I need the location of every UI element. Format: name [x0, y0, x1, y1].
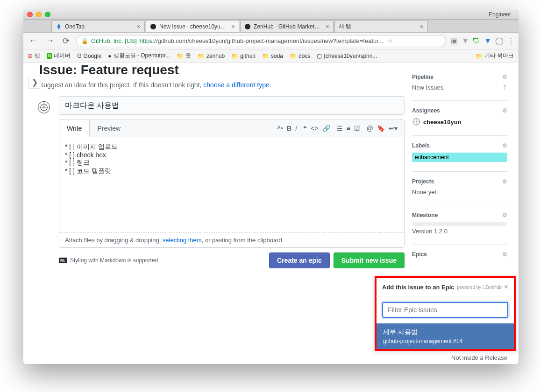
page-subtitle: Suggest an idea for this project. If thi… — [39, 81, 405, 89]
link-icon[interactable]: 🔗 — [322, 125, 330, 132]
maximize-window-button[interactable] — [45, 12, 50, 17]
address-bar: ← → ⟳ 🔒 GitHub, Inc. [US] https://github… — [23, 33, 519, 49]
labels-label[interactable]: Labels — [412, 142, 430, 149]
github-icon — [150, 23, 156, 30]
issue-sidebar: Pipeline ⚙ New Issues ⤒ Assignees ⚙ — [405, 63, 507, 268]
bookmark-item[interactable]: G Google — [77, 53, 101, 59]
epic-list-item[interactable]: 세부 사용법 github-project-management #14 — [377, 323, 514, 349]
close-tab-icon[interactable]: × — [326, 23, 329, 30]
bookmark-folder[interactable]: 📁 zenhub — [198, 53, 225, 59]
label-chip[interactable]: enhancement — [412, 153, 507, 162]
page-content: ❯ Issue: Feature request Suggest an idea… — [23, 63, 519, 364]
preview-tab[interactable]: Preview — [90, 120, 128, 137]
extension-icon[interactable]: ▼ — [484, 37, 491, 45]
quote-icon[interactable]: ❝ — [303, 125, 307, 132]
close-tab-icon[interactable]: × — [137, 23, 141, 30]
gear-icon[interactable]: ⚙ — [502, 74, 507, 80]
milestone-value[interactable]: Version 1.2.0 — [412, 228, 448, 235]
epic-filter-input[interactable] — [382, 302, 508, 318]
cert-company: GitHub, Inc. [US] — [91, 37, 137, 44]
gear-icon[interactable]: ⚙ — [502, 178, 507, 185]
bookmark-item[interactable]: ● 생활코딩 - Opentutor... — [108, 52, 170, 60]
epics-label[interactable]: Epics — [412, 251, 427, 258]
ul-icon[interactable]: ☰ — [337, 125, 343, 132]
forward-button[interactable]: → — [44, 36, 56, 46]
gear-icon[interactable]: ⚙ — [502, 142, 507, 149]
bookmark-folder[interactable]: 📁 soda — [262, 53, 283, 59]
profile-label[interactable]: Engineer — [489, 11, 515, 18]
assignees-label[interactable]: Assignees — [412, 107, 440, 114]
close-window-button[interactable] — [27, 12, 33, 17]
tab-title: OneTab — [65, 23, 134, 30]
comment-editor: Write Preview AA B i ❝ — [59, 119, 405, 248]
milestone-label[interactable]: Milestone — [412, 212, 438, 218]
browser-tab[interactable]: 새 탭 × — [334, 20, 428, 32]
mention-icon[interactable]: @ — [367, 125, 373, 132]
markdown-icon: M↓ — [59, 258, 67, 263]
window-controls — [27, 12, 50, 17]
menu-icon[interactable]: ⋮ — [507, 36, 515, 45]
epic-item-title: 세부 사용법 — [383, 328, 507, 336]
write-tab[interactable]: Write — [59, 120, 90, 137]
choose-type-link[interactable]: choose a different type — [203, 81, 269, 89]
epic-popover: Add this issue to an Epic powered by | Z… — [375, 276, 516, 351]
move-top-icon[interactable]: ⤒ — [502, 84, 507, 91]
github-icon — [244, 23, 251, 30]
issue-title-input[interactable] — [59, 96, 405, 115]
tasklist-icon[interactable]: ☑ — [354, 125, 360, 132]
create-epic-button[interactable]: Create an epic — [269, 252, 330, 268]
browser-tab[interactable]: ZenHub · GitHub Marketplac × — [240, 20, 334, 32]
extension-icons: ▣ ▼ 🛡 ▼ ◯ ⋮ — [451, 36, 515, 45]
issue-body-textarea[interactable]: * [ ] 이미지 업로드 * [ ] check box * [ ] 링크 *… — [65, 143, 398, 227]
apps-button[interactable]: ⊞ 앱 — [28, 52, 40, 60]
ol-icon[interactable]: ≡ — [347, 125, 350, 132]
tab-title: 새 탭 — [339, 22, 417, 30]
italic-icon[interactable]: i — [295, 125, 297, 132]
bold-icon[interactable]: B — [287, 125, 291, 132]
browser-tab[interactable]: OneTab × — [51, 20, 145, 32]
extension-icon[interactable]: 🛡 — [473, 37, 480, 45]
bookmark-folder[interactable]: 📁 github — [231, 53, 256, 59]
other-bookmarks[interactable]: 📁 기타 북마크 — [476, 52, 514, 60]
bookmark-folder[interactable]: 📁 docs — [290, 53, 310, 59]
url-input[interactable]: 🔒 GitHub, Inc. [US] https://github.com/c… — [76, 35, 446, 47]
bookmark-item[interactable]: ▢ [cheese10yun/sprin... — [317, 53, 377, 59]
bookmark-folder[interactable]: 📁 옷 — [177, 52, 191, 60]
reload-button[interactable]: ⟳ — [61, 36, 71, 46]
gear-icon[interactable]: ⚙ — [502, 251, 507, 258]
markdown-hint[interactable]: M↓ Styling with Markdown is supported — [59, 257, 158, 264]
projects-label[interactable]: Projects — [412, 178, 434, 185]
svg-point-1 — [245, 23, 250, 29]
bookmark-item[interactable]: N 네이버 — [47, 52, 71, 60]
close-tab-icon[interactable]: × — [231, 23, 235, 30]
browser-tab[interactable]: New Issue · cheese10yun/gi × — [146, 20, 239, 32]
pipeline-label[interactable]: Pipeline — [412, 74, 433, 80]
svg-point-0 — [150, 23, 156, 29]
submit-issue-button[interactable]: Submit new issue — [334, 252, 405, 268]
reference-icon[interactable]: 🔖 — [377, 125, 385, 132]
epic-popover-title: Add this issue to an Epic — [382, 284, 455, 291]
bookmarks-bar: ⊞ 앱 N 네이버 G Google ● 생활코딩 - Opentutor...… — [23, 49, 519, 63]
reply-icon[interactable]: ↩▾ — [389, 125, 398, 132]
code-icon[interactable]: <> — [311, 125, 318, 132]
close-icon[interactable]: × — [504, 283, 508, 291]
back-button[interactable]: ← — [27, 36, 39, 46]
bookmark-star-icon[interactable]: ☆ — [387, 37, 393, 44]
minimize-window-button[interactable] — [36, 12, 42, 17]
expand-sidebar-button[interactable]: ❯ — [28, 76, 41, 89]
lock-icon: 🔒 — [81, 38, 88, 44]
heading-icon[interactable]: AA — [277, 125, 283, 132]
url-text: https://github.com/cheese10yun/github-pr… — [140, 37, 384, 44]
assignee-name[interactable]: cheese10yun — [423, 119, 462, 126]
pipeline-value: New Issues — [412, 84, 443, 91]
gear-icon[interactable]: ⚙ — [502, 107, 507, 114]
avatar — [35, 98, 53, 117]
window-titlebar: Engineer — [23, 9, 519, 20]
extension-icon[interactable]: ◯ — [495, 36, 504, 45]
extension-icon[interactable]: ▼ — [462, 37, 469, 45]
select-files-link[interactable]: selecting them — [163, 237, 202, 244]
close-tab-icon[interactable]: × — [420, 23, 424, 30]
extension-icon[interactable]: ▣ — [451, 36, 458, 45]
gear-icon[interactable]: ⚙ — [502, 212, 507, 218]
tab-strip: OneTab × New Issue · cheese10yun/gi × Ze… — [23, 20, 519, 33]
